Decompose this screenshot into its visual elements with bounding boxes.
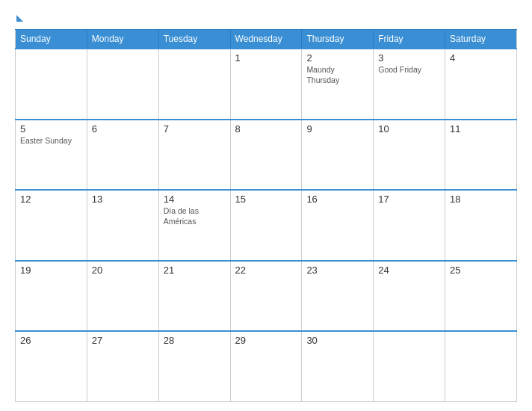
day-number: 27 <box>92 335 154 346</box>
calendar-cell: 5Easter Sunday <box>16 120 87 191</box>
logo <box>15 13 23 22</box>
day-number: 6 <box>92 123 154 135</box>
calendar-cell: 21 <box>158 261 230 332</box>
day-number: 15 <box>235 194 297 205</box>
day-number: 22 <box>235 265 297 276</box>
week-row-3: 121314Día de las Américas15161718 <box>16 190 517 261</box>
calendar-cell: 7 <box>158 120 230 191</box>
day-number: 16 <box>306 194 368 205</box>
header <box>15 13 517 22</box>
day-number: 8 <box>235 123 297 135</box>
days-header-row: SundayMondayTuesdayWednesdayThursdayFrid… <box>16 30 517 49</box>
calendar-cell: 30 <box>302 331 374 402</box>
day-number: 28 <box>164 335 226 346</box>
day-header-sunday: Sunday <box>16 30 87 49</box>
day-number: 9 <box>306 123 368 135</box>
calendar-cell: 8 <box>230 120 302 191</box>
day-header-tuesday: Tuesday <box>158 30 230 49</box>
calendar-cell <box>158 49 230 120</box>
day-number: 14 <box>164 194 226 205</box>
day-header-saturday: Saturday <box>445 30 517 49</box>
day-number: 24 <box>378 265 440 276</box>
calendar-cell: 17 <box>374 190 445 261</box>
day-number: 25 <box>450 265 512 276</box>
calendar-page: SundayMondayTuesdayWednesdayThursdayFrid… <box>0 0 532 411</box>
calendar-cell: 16 <box>302 190 374 261</box>
calendar-cell: 29 <box>230 331 302 402</box>
logo-triangle-icon <box>16 15 23 22</box>
holiday-label: Maundy Thursday <box>306 65 368 85</box>
calendar-cell <box>445 331 517 402</box>
calendar-cell: 28 <box>158 331 230 402</box>
calendar-cell: 18 <box>445 190 517 261</box>
calendar-cell: 14Día de las Américas <box>158 190 230 261</box>
day-header-wednesday: Wednesday <box>230 30 302 49</box>
holiday-label: Easter Sunday <box>20 136 82 146</box>
day-number: 3 <box>378 52 440 64</box>
day-number: 18 <box>450 194 512 205</box>
calendar-cell <box>87 49 158 120</box>
calendar-cell: 20 <box>87 261 158 332</box>
week-row-1: 12Maundy Thursday3Good Friday4 <box>16 49 517 120</box>
calendar-cell: 23 <box>302 261 374 332</box>
holiday-label: Día de las Américas <box>164 206 226 226</box>
day-header-thursday: Thursday <box>302 30 374 49</box>
calendar-cell <box>374 331 445 402</box>
day-number: 10 <box>378 123 440 135</box>
day-number: 19 <box>20 265 82 276</box>
calendar-cell: 24 <box>374 261 445 332</box>
calendar-table: SundayMondayTuesdayWednesdayThursdayFrid… <box>15 29 517 402</box>
calendar-cell: 2Maundy Thursday <box>302 49 374 120</box>
day-number: 26 <box>20 335 82 346</box>
day-number: 2 <box>306 52 368 64</box>
day-number: 13 <box>92 194 154 205</box>
day-number: 4 <box>450 52 512 64</box>
week-row-4: 19202122232425 <box>16 261 517 332</box>
calendar-cell: 27 <box>87 331 158 402</box>
calendar-cell: 25 <box>445 261 517 332</box>
day-number: 21 <box>164 265 226 276</box>
day-number: 11 <box>450 123 512 135</box>
calendar-cell: 13 <box>87 190 158 261</box>
calendar-cell: 9 <box>302 120 374 191</box>
calendar-cell: 6 <box>87 120 158 191</box>
calendar-cell: 3Good Friday <box>374 49 445 120</box>
calendar-cell: 12 <box>16 190 87 261</box>
day-number: 5 <box>20 123 82 135</box>
day-header-monday: Monday <box>87 30 158 49</box>
day-number: 12 <box>20 194 82 205</box>
week-row-2: 5Easter Sunday67891011 <box>16 120 517 191</box>
day-number: 17 <box>378 194 440 205</box>
calendar-cell: 19 <box>16 261 87 332</box>
calendar-cell: 4 <box>445 49 517 120</box>
day-header-friday: Friday <box>374 30 445 49</box>
calendar-cell: 1 <box>230 49 302 120</box>
holiday-label: Good Friday <box>378 65 440 75</box>
calendar-cell: 15 <box>230 190 302 261</box>
calendar-cell <box>16 49 87 120</box>
day-number: 1 <box>235 52 297 64</box>
day-number: 29 <box>235 335 297 346</box>
calendar-cell: 10 <box>374 120 445 191</box>
calendar-cell: 26 <box>16 331 87 402</box>
day-number: 23 <box>306 265 368 276</box>
day-number: 7 <box>164 123 226 135</box>
calendar-cell: 22 <box>230 261 302 332</box>
day-number: 20 <box>92 265 154 276</box>
calendar-cell: 11 <box>445 120 517 191</box>
day-number: 30 <box>306 335 368 346</box>
week-row-5: 2627282930 <box>16 331 517 402</box>
